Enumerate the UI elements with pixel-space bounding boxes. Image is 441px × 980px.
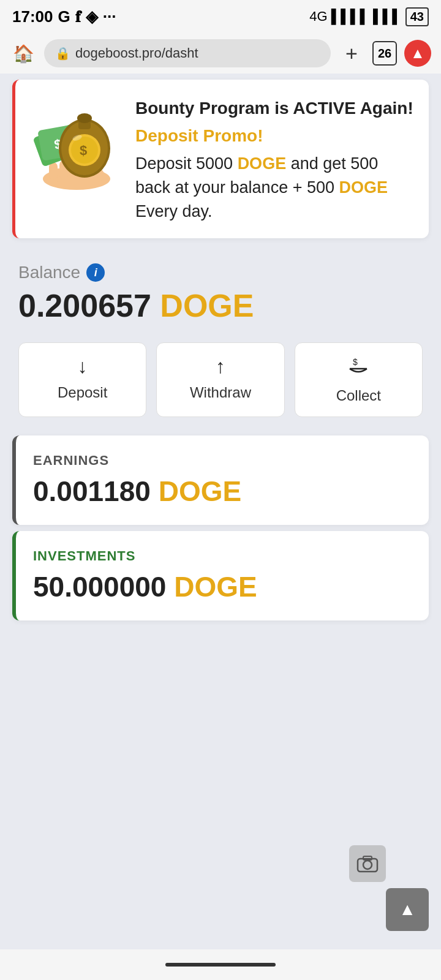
main-content: $ $ $ Bounty Program is ACTIVE Again! bbox=[0, 80, 441, 651]
promo-body-text3: Every day. bbox=[135, 202, 213, 221]
network-icon: 4G bbox=[309, 9, 327, 24]
status-left: 17:00 G 𝐟 ◈ ··· bbox=[12, 7, 116, 26]
deposit-label: Deposit bbox=[58, 384, 107, 401]
svg-text:$: $ bbox=[80, 143, 87, 158]
collect-button[interactable]: $ Collect bbox=[295, 342, 423, 417]
collect-label: Collect bbox=[336, 387, 381, 404]
promo-body: Deposit 5000 DOGE and get 500 back at yo… bbox=[135, 152, 414, 224]
bottom-bar bbox=[0, 949, 441, 980]
investments-amount: 50.000000 DOGE bbox=[33, 570, 412, 603]
earnings-currency: DOGE bbox=[159, 475, 241, 507]
signal-bars-2: ▌▌▌ bbox=[373, 9, 402, 24]
balance-currency: DOGE bbox=[160, 288, 254, 323]
promo-body-text1: Deposit 5000 bbox=[135, 154, 238, 173]
signal-bars-1: ▌▌▌▌ bbox=[331, 9, 369, 24]
promo-doge2: DOGE bbox=[339, 178, 388, 197]
earnings-amount: 0.001180 DOGE bbox=[33, 475, 412, 508]
promo-title: Bounty Program is ACTIVE Again! bbox=[135, 97, 414, 120]
url-text: dogeboost.pro/dasht bbox=[75, 45, 198, 61]
investments-card: INVESTMENTS 50.000000 DOGE bbox=[12, 531, 429, 620]
deposit-button[interactable]: ↓ Deposit bbox=[18, 342, 146, 417]
new-tab-button[interactable]: + bbox=[338, 42, 365, 66]
promo-card: $ $ $ Bounty Program is ACTIVE Again! bbox=[12, 80, 429, 238]
withdraw-icon: ↑ bbox=[216, 355, 225, 378]
action-buttons: ↓ Deposit ↑ Withdraw $ Collect bbox=[0, 330, 441, 429]
promo-subtitle: Deposit Promo! bbox=[135, 126, 414, 146]
svg-point-23 bbox=[363, 861, 372, 869]
deposit-icon: ↓ bbox=[78, 355, 88, 378]
promo-doge1: DOGE bbox=[238, 154, 287, 173]
investments-currency: DOGE bbox=[174, 571, 257, 603]
collect-icon: $ bbox=[347, 355, 370, 381]
balance-value: 0.200657 bbox=[18, 288, 151, 323]
more-icon: ··· bbox=[103, 7, 116, 26]
balance-label: Balance i bbox=[18, 263, 423, 282]
investments-value: 50.000000 bbox=[33, 571, 166, 603]
balance-amount: 0.200657 DOGE bbox=[18, 287, 423, 324]
camera-overlay-icon bbox=[349, 845, 386, 882]
promo-text: Bounty Program is ACTIVE Again! Deposit … bbox=[135, 94, 414, 224]
svg-point-15 bbox=[77, 113, 92, 123]
carrier-g: G bbox=[58, 7, 70, 26]
svg-text:$: $ bbox=[353, 357, 358, 367]
home-button[interactable]: 🏠 bbox=[10, 40, 37, 67]
balance-section: Balance i 0.200657 DOGE bbox=[0, 251, 441, 330]
status-right: 4G ▌▌▌▌ ▌▌▌ 43 bbox=[309, 7, 429, 26]
earnings-card: EARNINGS 0.001180 DOGE bbox=[12, 435, 429, 525]
earnings-label: EARNINGS bbox=[33, 453, 412, 469]
upload-button[interactable]: ▲ bbox=[404, 40, 431, 67]
home-indicator bbox=[165, 963, 276, 967]
url-bar[interactable]: 🔒 dogeboost.pro/dasht bbox=[44, 39, 331, 67]
promo-image: $ $ $ bbox=[28, 94, 126, 192]
status-bar: 17:00 G 𝐟 ◈ ··· 4G ▌▌▌▌ ▌▌▌ 43 bbox=[0, 0, 441, 33]
lock-icon: 🔒 bbox=[55, 46, 70, 61]
tab-count[interactable]: 26 bbox=[372, 41, 397, 66]
investments-label: INVESTMENTS bbox=[33, 548, 412, 564]
earnings-value: 0.001180 bbox=[33, 475, 151, 507]
facebook-icon: 𝐟 bbox=[75, 7, 81, 26]
battery-indicator: 43 bbox=[405, 7, 429, 26]
wifi-icon: ◈ bbox=[86, 7, 98, 26]
svg-rect-2 bbox=[49, 162, 58, 179]
withdraw-button[interactable]: ↑ Withdraw bbox=[156, 342, 284, 417]
info-icon[interactable]: i bbox=[86, 263, 105, 282]
withdraw-label: Withdraw bbox=[190, 384, 251, 401]
time: 17:00 bbox=[12, 7, 53, 26]
browser-bar: 🏠 🔒 dogeboost.pro/dasht + 26 ▲ bbox=[0, 33, 441, 74]
scroll-top-button[interactable]: ▲ bbox=[386, 888, 429, 931]
